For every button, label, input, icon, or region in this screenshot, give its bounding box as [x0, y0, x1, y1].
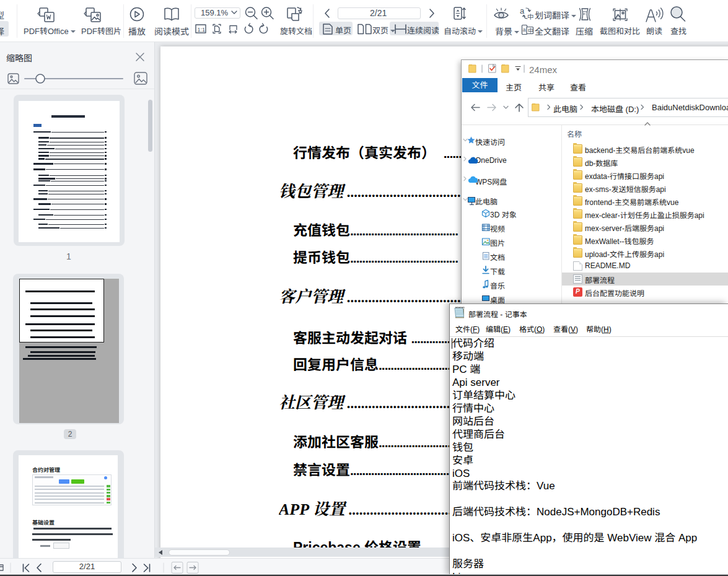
- svg-text:a: a: [523, 27, 526, 33]
- svg-text:a: a: [520, 6, 525, 15]
- svg-text:1:1: 1:1: [198, 27, 206, 33]
- svg-text:中: 中: [528, 26, 534, 35]
- svg-text:中: 中: [527, 12, 534, 21]
